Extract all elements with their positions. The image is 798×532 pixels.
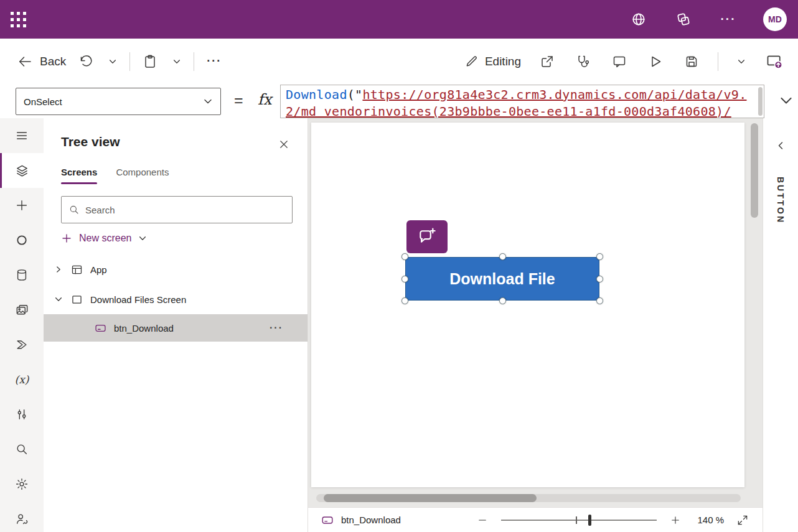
- comments-button[interactable]: [609, 52, 629, 72]
- tree-row-btn-download[interactable]: btn_Download ···: [44, 314, 307, 342]
- selected-control-name: btn_Download: [341, 515, 401, 525]
- dataverse-ring-icon: [15, 233, 29, 247]
- tree-row-app[interactable]: App: [44, 254, 307, 284]
- search-input[interactable]: [85, 205, 285, 215]
- plus-icon: [15, 198, 29, 212]
- editing-mode-button[interactable]: Editing: [464, 54, 521, 68]
- resize-handle-top-right[interactable]: [596, 253, 603, 260]
- formula-bar: OnSelect = fx Download("https://org81a4e…: [0, 84, 798, 119]
- back-button[interactable]: Back: [17, 54, 66, 69]
- rail-search-button[interactable]: [0, 432, 44, 467]
- editing-label: Editing: [485, 55, 521, 68]
- gear-icon: [15, 477, 29, 491]
- rail-database-button[interactable]: [0, 258, 44, 292]
- play-icon: [648, 54, 663, 69]
- rail-user-tools-button[interactable]: [0, 502, 44, 532]
- publish-icon: [766, 53, 783, 70]
- tree-tabs: Screens Components: [61, 167, 169, 184]
- app-checker-button[interactable]: [573, 52, 593, 72]
- save-icon: [684, 54, 699, 69]
- pencil-icon: [464, 54, 479, 68]
- tree-row-download-files-screen[interactable]: Download Files Screen: [44, 284, 307, 314]
- download-file-button[interactable]: Download File: [405, 257, 599, 301]
- search-box: [61, 196, 293, 223]
- paste-menu-button[interactable]: [170, 52, 184, 72]
- hamburger-icon: [15, 129, 29, 142]
- property-selector[interactable]: OnSelect: [16, 88, 221, 115]
- zoom-out-button[interactable]: [474, 511, 491, 529]
- zoom-in-button[interactable]: [667, 511, 684, 529]
- top-more-button[interactable]: ···: [718, 9, 738, 29]
- row-more-button[interactable]: ···: [270, 322, 283, 334]
- save-menu-button[interactable]: [735, 52, 748, 72]
- share-button[interactable]: [537, 52, 557, 72]
- rail-advanced-tools-button[interactable]: [0, 397, 44, 432]
- resize-handle-bottom-left[interactable]: [401, 297, 408, 304]
- top-app-bar: ··· MD: [0, 0, 798, 39]
- rail-power-automate-button[interactable]: [0, 327, 44, 362]
- canvas-vertical-scrollbar[interactable]: [751, 123, 758, 218]
- zoom-slider[interactable]: [501, 514, 657, 526]
- formula-scrollbar[interactable]: [758, 87, 763, 116]
- plus-icon: [670, 515, 681, 526]
- toolbar-divider: [718, 52, 718, 71]
- avatar[interactable]: MD: [763, 7, 787, 31]
- save-button[interactable]: [682, 52, 702, 72]
- resize-handle-bottom-right[interactable]: [596, 297, 603, 304]
- code-string-token: https://org81a4e3c2.crm3.dynamics.com/ap…: [362, 87, 746, 102]
- rail-settings-button[interactable]: [0, 467, 44, 502]
- power-automate-icon: [15, 338, 29, 352]
- comment-pin-button[interactable]: [406, 220, 448, 253]
- zoom-slider-track[interactable]: [501, 520, 657, 521]
- undo-menu-button[interactable]: [106, 52, 120, 72]
- app-launcher-button[interactable]: [0, 0, 36, 39]
- horizontal-scrollbar-thumb[interactable]: [324, 494, 537, 502]
- clipboard-icon: [143, 54, 157, 69]
- canvas-area: Download File: [308, 118, 763, 507]
- variables-icon: (x): [15, 373, 29, 386]
- resize-handle-middle-right[interactable]: [596, 276, 603, 282]
- zoom-slider-tick: [576, 516, 577, 524]
- sliders-icon: [15, 408, 29, 421]
- chevron-down-icon[interactable]: [54, 295, 63, 304]
- expand-properties-button[interactable]: [776, 141, 786, 151]
- fit-to-window-button[interactable]: [734, 511, 751, 529]
- preview-button[interactable]: [645, 52, 665, 72]
- tab-screens[interactable]: Screens: [61, 167, 97, 184]
- environment-button[interactable]: [629, 9, 649, 29]
- zoom-slider-handle[interactable]: [588, 515, 591, 526]
- rail-insert-button[interactable]: [0, 188, 44, 223]
- resize-handle-bottom-middle[interactable]: [499, 297, 506, 304]
- resize-handle-top-middle[interactable]: [499, 253, 506, 260]
- rail-variables-button[interactable]: (x): [0, 362, 44, 397]
- waffle-icon: [11, 12, 26, 27]
- rail-menu-button[interactable]: [0, 118, 44, 153]
- panel-close-button[interactable]: [276, 137, 291, 152]
- canvas-horizontal-scrollbar[interactable]: [316, 494, 741, 502]
- new-screen-button[interactable]: New screen: [61, 233, 147, 244]
- formula-input[interactable]: Download("https://org81a4e3c2.crm3.dynam…: [280, 85, 764, 118]
- resize-handle-top-left[interactable]: [401, 253, 408, 260]
- publish-button[interactable]: [764, 52, 784, 72]
- rail-data-button[interactable]: [0, 223, 44, 258]
- rail-media-button[interactable]: [0, 292, 44, 327]
- properties-rail: BUTTON: [763, 118, 798, 532]
- commandbar-more-button[interactable]: ···: [204, 55, 224, 68]
- chevron-right-icon[interactable]: [54, 265, 63, 274]
- resize-handle-middle-left[interactable]: [401, 276, 408, 282]
- undo-icon: [78, 54, 93, 69]
- chevron-down-icon: [108, 57, 117, 66]
- rail-tree-view-button[interactable]: [0, 153, 44, 188]
- plus-icon: [61, 233, 72, 244]
- tab-components[interactable]: Components: [116, 167, 169, 184]
- chevron-down-icon: [779, 94, 793, 108]
- formula-expand-button[interactable]: [779, 94, 793, 108]
- copilot-button[interactable]: [674, 9, 693, 29]
- tree-row-label: btn_Download: [114, 323, 174, 334]
- zoom-level: 140 %: [694, 515, 724, 525]
- command-bar-left: Back: [0, 52, 224, 72]
- undo-button[interactable]: [76, 52, 96, 72]
- paste-button[interactable]: [140, 52, 160, 72]
- selected-control-indicator[interactable]: btn_Download: [308, 513, 401, 527]
- artboard[interactable]: [311, 123, 744, 487]
